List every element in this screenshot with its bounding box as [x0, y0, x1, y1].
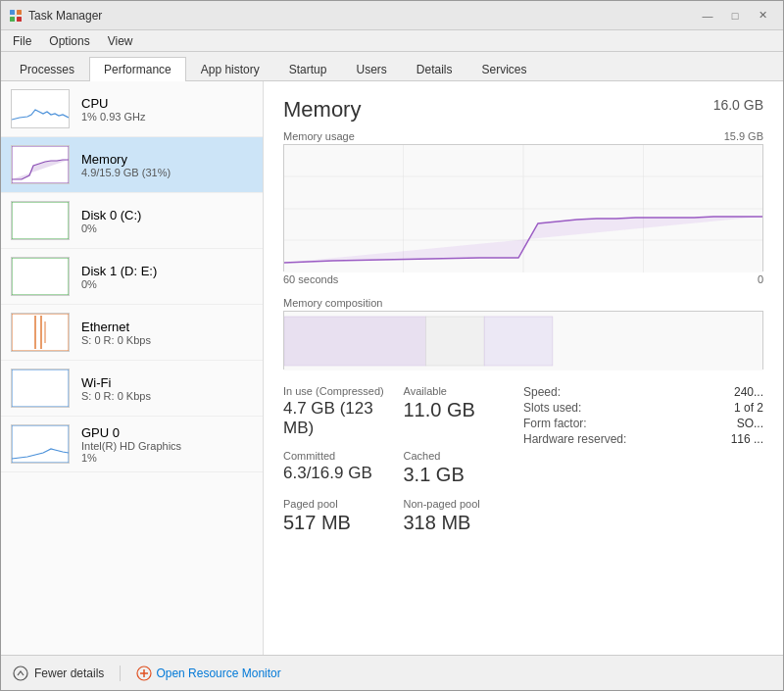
cpu-name: CPU	[81, 96, 253, 111]
tab-bar: Processes Performance App history Startu…	[1, 52, 783, 81]
tab-performance[interactable]: Performance	[89, 57, 186, 81]
sidebar-item-disk0[interactable]: Disk 0 (C:) 0%	[1, 193, 263, 249]
sidebar-item-ethernet[interactable]: Ethernet S: 0 R: 0 Kbps	[1, 305, 263, 361]
sidebar-item-memory[interactable]: Memory 4.9/15.9 GB (31%)	[1, 137, 263, 193]
cached-value: 3.1 GB	[404, 464, 524, 486]
title-controls: — □ ✕	[695, 7, 775, 25]
nonpagedpool-value: 318 MB	[404, 512, 524, 534]
maximize-button[interactable]: □	[722, 7, 748, 25]
memory-name: Memory	[81, 152, 253, 167]
pagedpool-label: Paged pool	[283, 498, 404, 510]
menu-file[interactable]: File	[5, 32, 39, 50]
speed-label: Speed:	[523, 385, 561, 399]
wifi-thumbnail	[11, 369, 70, 408]
sidebar: CPU 1% 0.93 GHz Memory 4.9/15.9 GB (31%)	[1, 81, 264, 655]
cached-label: Cached	[404, 450, 524, 462]
footer-divider	[120, 666, 121, 681]
committed-label: Committed	[283, 450, 404, 462]
gpu0-info: GPU 0 Intel(R) HD Graphics 1%	[81, 425, 253, 464]
cpu-info: CPU 1% 0.93 GHz	[81, 96, 253, 123]
menu-options[interactable]: Options	[41, 32, 97, 50]
resource-monitor-icon	[136, 666, 152, 681]
usage-max: 15.9 GB	[724, 130, 763, 142]
memory-thumbnail	[11, 145, 70, 184]
content-area: CPU 1% 0.93 GHz Memory 4.9/15.9 GB (31%)	[1, 81, 783, 655]
chart-time-row: 60 seconds 0	[283, 273, 763, 285]
minimize-button[interactable]: —	[695, 7, 720, 25]
cpu-detail: 1% 0.93 GHz	[81, 111, 253, 123]
disk0-detail: 0%	[81, 222, 253, 234]
tab-details[interactable]: Details	[402, 57, 467, 81]
cpu-thumbnail	[11, 89, 70, 128]
usage-chart-section: Memory usage 15.9 GB	[283, 130, 763, 285]
slots-label: Slots used:	[523, 401, 581, 415]
tab-apphistory[interactable]: App history	[186, 57, 274, 81]
composition-chart-box	[283, 311, 763, 370]
disk1-name: Disk 1 (D: E:)	[81, 264, 253, 278]
sidebar-item-wifi[interactable]: Wi-Fi S: 0 R: 0 Kbps	[1, 361, 263, 417]
menu-view[interactable]: View	[100, 32, 141, 50]
usage-chart-box	[283, 144, 763, 271]
chevron-up-icon	[13, 666, 28, 681]
usage-chart-labels: Memory usage 15.9 GB	[283, 130, 763, 142]
close-button[interactable]: ✕	[750, 7, 775, 25]
svg-rect-13	[12, 425, 69, 463]
main-title: Memory	[283, 97, 361, 123]
hwreserved-row: Hardware reserved: 116 ...	[523, 432, 763, 446]
gpu0-name: GPU 0	[81, 425, 253, 440]
fewer-details-button[interactable]: Fewer details	[13, 666, 104, 681]
title-icon	[9, 9, 23, 23]
sidebar-item-cpu[interactable]: CPU 1% 0.93 GHz	[1, 81, 263, 137]
stat-inuse: In use (Compressed) 4.7 GB (123 MB)	[283, 381, 404, 446]
open-resource-monitor-link[interactable]: Open Resource Monitor	[136, 666, 280, 681]
tab-services[interactable]: Services	[467, 57, 542, 81]
ethernet-name: Ethernet	[81, 320, 253, 334]
stat-available: Available 11.0 GB	[404, 381, 524, 446]
tab-users[interactable]: Users	[341, 57, 401, 81]
main-panel: Memory 16.0 GB Memory usage 15.9 GB	[264, 81, 783, 655]
tab-processes[interactable]: Processes	[5, 57, 89, 81]
svg-rect-22	[284, 317, 425, 366]
slots-value: 1 of 2	[734, 401, 763, 415]
right-stats-block: Speed: 240... Slots used: 1 of 2 Form fa…	[523, 381, 763, 542]
nonpagedpool-label: Non-paged pool	[404, 498, 524, 510]
wifi-info: Wi-Fi S: 0 R: 0 Kbps	[81, 375, 253, 402]
sidebar-item-gpu0[interactable]: GPU 0 Intel(R) HD Graphics 1%	[1, 417, 263, 472]
svg-rect-2	[10, 17, 15, 22]
wifi-name: Wi-Fi	[81, 375, 253, 390]
task-manager-window: Task Manager — □ ✕ File Options View Pro…	[0, 0, 784, 691]
disk1-info: Disk 1 (D: E:) 0%	[81, 264, 253, 290]
main-header: Memory 16.0 GB	[283, 97, 763, 123]
usage-chart-svg	[284, 145, 762, 272]
svg-rect-3	[17, 17, 22, 22]
formfactor-value: SO...	[737, 417, 763, 430]
available-value: 11.0 GB	[404, 399, 524, 421]
svg-rect-1	[17, 10, 22, 15]
stat-committed: Committed 6.3/16.9 GB	[283, 446, 404, 494]
time-start: 60 seconds	[283, 273, 338, 285]
ethernet-thumbnail	[11, 313, 70, 352]
svg-rect-0	[10, 10, 15, 15]
disk1-detail: 0%	[81, 278, 253, 290]
hwreserved-label: Hardware reserved:	[523, 432, 626, 446]
ethernet-info: Ethernet S: 0 R: 0 Kbps	[81, 320, 253, 346]
hwreserved-value: 116 ...	[731, 432, 763, 446]
window-title: Task Manager	[28, 9, 102, 23]
composition-chart-section: Memory composition	[283, 297, 763, 370]
svg-rect-6	[12, 202, 69, 239]
svg-rect-4	[12, 90, 69, 127]
available-label: Available	[404, 385, 524, 397]
svg-rect-8	[12, 314, 69, 351]
committed-value: 6.3/16.9 GB	[283, 464, 404, 483]
main-total-size: 16.0 GB	[713, 97, 763, 113]
title-bar-left: Task Manager	[9, 9, 102, 23]
formfactor-row: Form factor: SO...	[523, 417, 763, 430]
sidebar-item-disk1[interactable]: Disk 1 (D: E:) 0%	[1, 249, 263, 305]
svg-rect-12	[12, 370, 69, 407]
composition-chart-svg	[284, 312, 762, 370]
svg-rect-7	[12, 258, 69, 295]
stat-pagedpool: Paged pool 517 MB	[283, 494, 404, 542]
stats-area: In use (Compressed) 4.7 GB (123 MB) Avai…	[283, 381, 763, 542]
composition-label-row: Memory composition	[283, 297, 763, 309]
tab-startup[interactable]: Startup	[274, 57, 342, 81]
